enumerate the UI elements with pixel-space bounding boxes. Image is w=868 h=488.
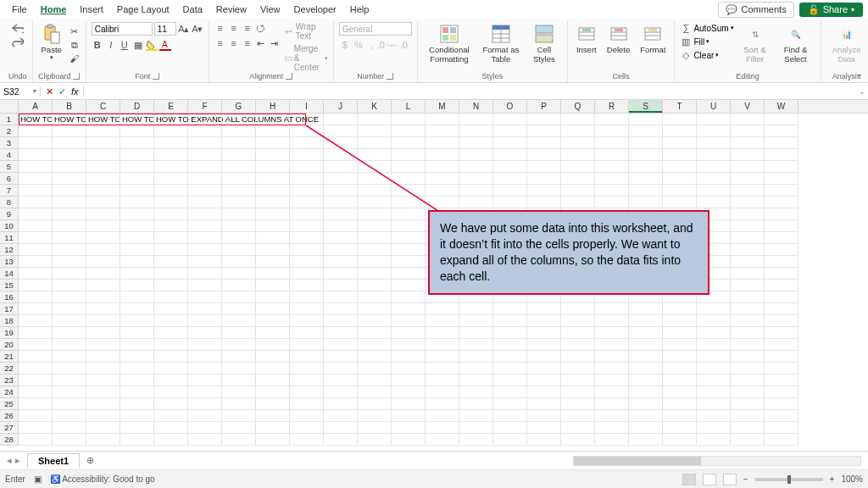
cell-B8[interactable] (53, 197, 86, 208)
cell-C2[interactable] (86, 125, 120, 137)
enter-formula-icon[interactable]: ✓ (58, 86, 66, 97)
cell-F25[interactable] (188, 398, 222, 410)
menu-data[interactable]: Data (176, 2, 209, 17)
cell-T25[interactable] (663, 398, 697, 410)
cell-G17[interactable] (222, 303, 256, 315)
cell-H27[interactable] (256, 422, 290, 434)
merge-center-button[interactable]: ▭Merge & Center▾ (284, 44, 328, 72)
column-header-S[interactable]: S (629, 100, 663, 113)
cell-P18[interactable] (527, 315, 561, 327)
cell-B18[interactable] (53, 315, 86, 327)
cell-J5[interactable] (324, 161, 358, 173)
cell-M22[interactable] (426, 363, 459, 374)
cell-A15[interactable] (19, 280, 53, 291)
cell-S1[interactable] (629, 114, 663, 125)
cell-B6[interactable] (53, 173, 86, 185)
cell-O28[interactable] (493, 434, 527, 446)
cell-F11[interactable] (188, 232, 222, 244)
cell-S23[interactable] (629, 374, 663, 386)
cell-S26[interactable] (629, 410, 663, 422)
cell-O19[interactable] (493, 327, 527, 339)
cell-G28[interactable] (222, 434, 256, 446)
cell-E2[interactable] (154, 125, 188, 137)
cell-F23[interactable] (188, 374, 222, 386)
cell-P17[interactable] (527, 303, 561, 315)
row-header-2[interactable]: 2 (0, 125, 19, 137)
currency-icon[interactable]: $ (339, 39, 351, 51)
cell-L12[interactable] (392, 244, 426, 256)
cell-U1[interactable] (697, 114, 731, 125)
cell-W19[interactable] (765, 327, 798, 339)
cell-T18[interactable] (663, 315, 697, 327)
cell-I17[interactable] (290, 303, 324, 315)
macro-record-icon[interactable]: ▣ (34, 474, 42, 484)
cell-U21[interactable] (697, 351, 731, 363)
cell-M18[interactable] (426, 315, 459, 327)
cell-N27[interactable] (459, 422, 493, 434)
cell-S22[interactable] (629, 363, 663, 374)
increase-font-icon[interactable]: A▴ (178, 23, 190, 35)
cell-I28[interactable] (290, 434, 324, 446)
cell-J25[interactable] (324, 398, 358, 410)
cell-A19[interactable] (19, 327, 53, 339)
cell-E1[interactable]: HOW TO EXPAND ALL COLUMNS AT ONCE (154, 114, 188, 125)
font-size-input[interactable] (154, 22, 176, 36)
cell-B16[interactable] (53, 291, 86, 303)
cell-Q6[interactable] (561, 173, 595, 185)
row-header-26[interactable]: 26 (0, 410, 19, 422)
cell-B2[interactable] (53, 125, 86, 137)
cell-M21[interactable] (426, 351, 459, 363)
cell-B11[interactable] (53, 232, 86, 244)
cell-S19[interactable] (629, 327, 663, 339)
cell-I18[interactable] (290, 315, 324, 327)
row-header-14[interactable]: 14 (0, 268, 19, 280)
column-header-T[interactable]: T (663, 100, 697, 113)
cell-J12[interactable] (324, 244, 358, 256)
cell-A12[interactable] (19, 244, 53, 256)
cell-V14[interactable] (731, 268, 765, 280)
cell-Q5[interactable] (561, 161, 595, 173)
cell-G3[interactable] (222, 137, 256, 149)
cell-A27[interactable] (19, 422, 53, 434)
cell-T8[interactable] (663, 197, 697, 208)
cell-C26[interactable] (86, 410, 120, 422)
cell-A23[interactable] (19, 374, 53, 386)
cell-U23[interactable] (697, 374, 731, 386)
cell-U5[interactable] (697, 161, 731, 173)
row-header-12[interactable]: 12 (0, 244, 19, 256)
column-header-N[interactable]: N (459, 100, 493, 113)
cell-M1[interactable] (426, 114, 459, 125)
column-header-A[interactable]: A (19, 100, 53, 113)
cell-O7[interactable] (493, 185, 527, 197)
align-left-icon[interactable]: ≡ (214, 37, 226, 49)
cell-G15[interactable] (222, 280, 256, 291)
cell-V7[interactable] (731, 185, 765, 197)
cell-H1[interactable] (256, 114, 290, 125)
cell-K19[interactable] (358, 327, 392, 339)
cell-G18[interactable] (222, 315, 256, 327)
sheet-tab-sheet1[interactable]: Sheet1 (27, 453, 80, 468)
cell-W25[interactable] (765, 398, 798, 410)
zoom-slider[interactable] (755, 478, 823, 481)
cell-M2[interactable] (426, 125, 459, 137)
cell-B25[interactable] (53, 398, 86, 410)
cell-G25[interactable] (222, 398, 256, 410)
cell-D4[interactable] (120, 149, 154, 161)
cell-N4[interactable] (459, 149, 493, 161)
cell-L27[interactable] (392, 422, 426, 434)
column-header-H[interactable]: H (256, 100, 290, 113)
cell-F4[interactable] (188, 149, 222, 161)
menu-view[interactable]: View (253, 2, 287, 17)
cell-I22[interactable] (290, 363, 324, 374)
cell-C24[interactable] (86, 386, 120, 398)
cell-I7[interactable] (290, 185, 324, 197)
align-right-icon[interactable]: ≡ (242, 37, 253, 49)
cell-Q26[interactable] (561, 410, 595, 422)
cell-I19[interactable] (290, 327, 324, 339)
cell-V12[interactable] (731, 244, 765, 256)
cell-H8[interactable] (256, 197, 290, 208)
cell-V9[interactable] (731, 208, 765, 220)
cell-L28[interactable] (392, 434, 426, 446)
cell-L10[interactable] (392, 220, 426, 232)
cell-B21[interactable] (53, 351, 86, 363)
